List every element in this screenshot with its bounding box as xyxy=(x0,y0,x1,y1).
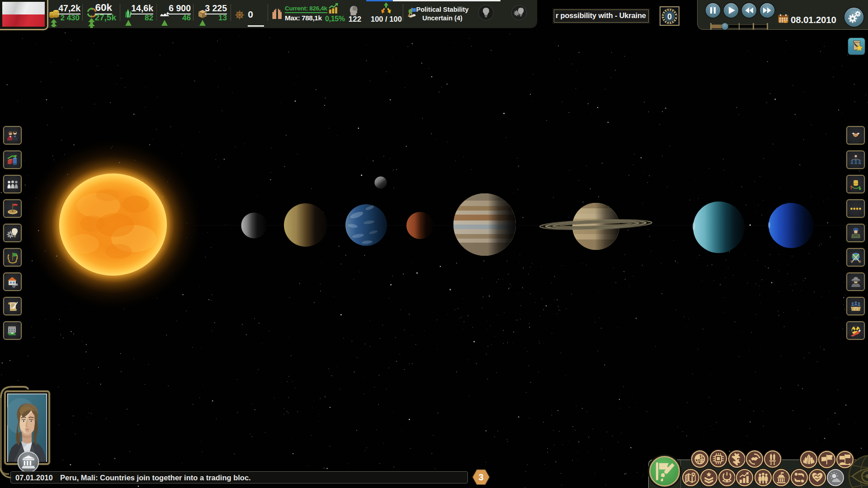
svg-text:0: 0 xyxy=(667,12,672,21)
svg-text:3: 3 xyxy=(478,472,483,482)
